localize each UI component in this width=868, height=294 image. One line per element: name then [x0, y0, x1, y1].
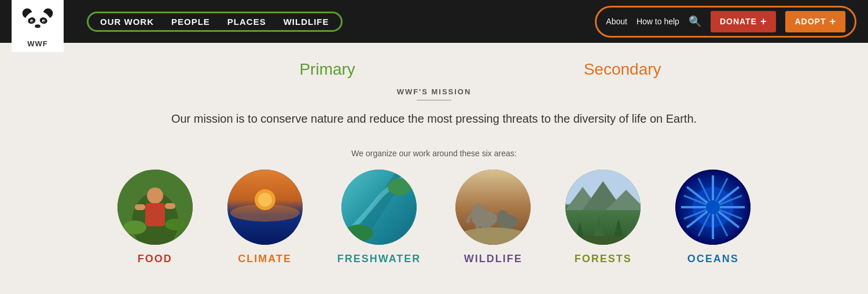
- svg-rect-34: [476, 218, 479, 229]
- area-freshwater[interactable]: FRESHWATER: [337, 170, 421, 265]
- forests-circle: [565, 170, 641, 245]
- svg-rect-17: [135, 204, 145, 210]
- adopt-button[interactable]: ADOPT +: [785, 11, 845, 32]
- nav-about[interactable]: About: [606, 17, 627, 26]
- search-icon[interactable]: 🔍: [689, 15, 701, 28]
- mission-divider: [417, 100, 451, 101]
- svg-rect-53: [565, 236, 641, 245]
- area-climate[interactable]: CLIMATE: [227, 170, 303, 265]
- svg-rect-41: [510, 220, 513, 229]
- svg-point-11: [38, 25, 39, 27]
- wildlife-circle: [455, 170, 531, 245]
- svg-point-8: [43, 20, 45, 21]
- svg-rect-16: [145, 203, 165, 226]
- nav-our-work[interactable]: OUR WORK: [100, 17, 154, 27]
- areas-intro: We organize our work around these six ar…: [0, 149, 868, 158]
- svg-rect-18: [165, 203, 175, 209]
- area-wildlife[interactable]: WILDLIFE: [455, 170, 531, 265]
- wildlife-label: WILDLIFE: [464, 253, 523, 265]
- adopt-plus-icon: +: [829, 16, 836, 28]
- svg-point-20: [165, 219, 186, 230]
- freshwater-circle: [341, 170, 417, 245]
- main-content: Primary Secondary WWF'S MISSION Our miss…: [0, 43, 868, 294]
- mission-title: WWF'S MISSION: [0, 87, 868, 96]
- svg-point-10: [36, 25, 37, 27]
- svg-rect-36: [487, 218, 491, 228]
- svg-point-7: [31, 20, 32, 21]
- nav-places[interactable]: PLACES: [227, 17, 266, 27]
- donate-plus-icon: +: [760, 16, 767, 28]
- mission-section: WWF'S MISSION Our mission is to conserve…: [0, 82, 868, 149]
- secondary-navigation: About How to help 🔍 DONATE + ADOPT +: [595, 6, 856, 38]
- area-forests[interactable]: FORESTS: [565, 170, 641, 265]
- nav-how-to-help[interactable]: How to help: [637, 17, 679, 26]
- six-areas: FOOD: [0, 170, 868, 282]
- svg-point-15: [147, 188, 163, 204]
- area-oceans[interactable]: OCEANS: [675, 170, 751, 265]
- forests-label: FORESTS: [575, 253, 632, 265]
- svg-point-28: [344, 225, 373, 242]
- freshwater-label: FRESHWATER: [337, 253, 421, 265]
- svg-point-33: [472, 204, 486, 218]
- food-label: FOOD: [138, 253, 172, 265]
- navbar: WWF OUR WORK PEOPLE PLACES WILDLIFE Abou…: [0, 0, 868, 43]
- primary-navigation: OUR WORK PEOPLE PLACES WILDLIFE: [87, 12, 343, 32]
- nav-wildlife[interactable]: WILDLIFE: [284, 17, 329, 27]
- svg-point-42: [458, 227, 528, 245]
- primary-label: Primary: [299, 60, 355, 79]
- climate-label: CLIMATE: [238, 253, 292, 265]
- wwf-logo[interactable]: WWF: [12, 0, 64, 52]
- food-circle: [117, 170, 193, 245]
- area-food[interactable]: FOOD: [117, 170, 193, 265]
- climate-circle: [227, 170, 303, 245]
- secondary-label: Secondary: [584, 60, 661, 79]
- oceans-circle: [675, 170, 751, 245]
- svg-point-38: [497, 210, 509, 222]
- nav-people[interactable]: PEOPLE: [171, 17, 210, 27]
- wwf-text: WWF: [27, 39, 47, 48]
- svg-point-2: [24, 10, 51, 34]
- donate-button[interactable]: DONATE +: [711, 11, 777, 32]
- svg-point-29: [388, 178, 411, 196]
- svg-point-9: [35, 24, 41, 28]
- nav-label-row: Primary Secondary: [58, 54, 810, 82]
- svg-point-25: [258, 193, 272, 207]
- svg-rect-35: [481, 219, 485, 229]
- svg-point-19: [123, 220, 146, 234]
- oceans-label: OCEANS: [687, 253, 739, 265]
- mission-text: Our mission is to conserve nature and re…: [116, 112, 752, 126]
- svg-point-73: [706, 200, 720, 214]
